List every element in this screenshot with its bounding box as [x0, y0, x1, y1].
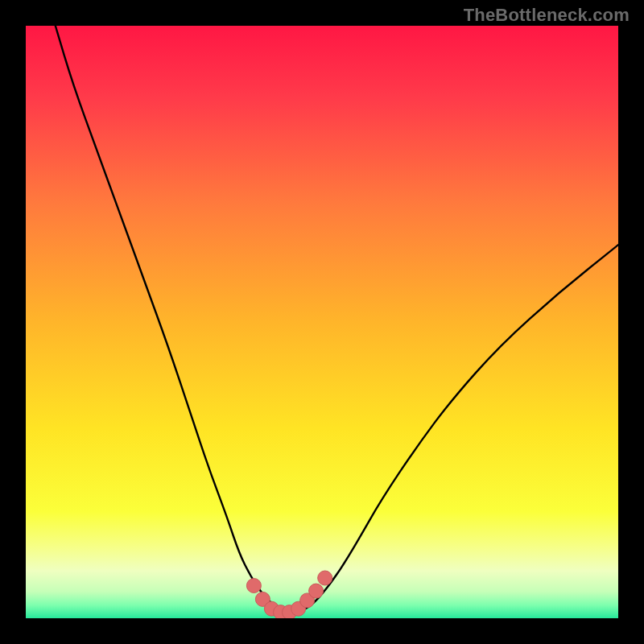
highlight-marker [246, 579, 261, 593]
highlight-marker [309, 584, 324, 598]
watermark-text: TheBottleneck.com [464, 5, 630, 26]
highlight-marker [318, 571, 332, 585]
chart-background [26, 26, 618, 618]
bottleneck-chart [26, 26, 618, 618]
outer-frame: TheBottleneck.com [0, 0, 644, 644]
